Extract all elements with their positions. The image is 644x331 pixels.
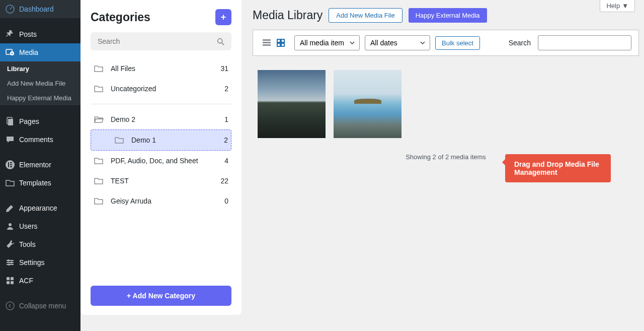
cat-item-pdf-audio[interactable]: PDF, Audio, Doc, and Sheet 4	[91, 151, 231, 171]
categories-title: Categories	[91, 11, 150, 24]
add-category-icon-button[interactable]: +	[215, 9, 231, 25]
cat-label: TEST	[111, 177, 213, 185]
drag-drop-callout: Drag and Drop Media File Management	[505, 154, 611, 182]
cat-label: Geisy Arruda	[111, 197, 217, 205]
menu-label: Users	[19, 222, 38, 230]
help-tab[interactable]: Help ▼	[600, 0, 635, 12]
help-label: Help	[606, 2, 620, 10]
svg-rect-19	[7, 281, 10, 284]
svg-rect-8	[10, 164, 12, 165]
svg-rect-20	[11, 281, 14, 284]
folder-icon	[114, 135, 124, 145]
submenu-library[interactable]: Library	[0, 61, 80, 76]
media-type-filter[interactable]: All media items	[294, 35, 360, 50]
search-icon	[216, 37, 225, 46]
pin-icon	[5, 29, 15, 39]
svg-rect-25	[263, 44, 271, 46]
elementor-icon	[5, 160, 15, 170]
cat-item-uncategorized[interactable]: Uncategorized 2	[91, 79, 231, 99]
menu-label: Comments	[19, 136, 53, 144]
folder-icon	[94, 176, 104, 186]
menu-settings[interactable]: Settings	[0, 253, 80, 272]
svg-point-16	[8, 263, 10, 266]
pages-icon	[5, 116, 15, 126]
collapse-label: Collapse menu	[19, 302, 66, 310]
svg-point-14	[8, 259, 10, 261]
folder-icon	[94, 84, 104, 94]
menu-dashboard[interactable]: Dashboard	[0, 0, 80, 18]
add-new-category-button[interactable]: + Add New Category	[91, 286, 231, 306]
cat-count: 2	[224, 136, 228, 144]
svg-rect-23	[263, 39, 271, 41]
bulk-select-button[interactable]: Bulk select	[435, 36, 480, 50]
media-thumbnail[interactable]	[258, 70, 326, 138]
svg-rect-7	[10, 162, 12, 163]
menu-comments[interactable]: Comments	[0, 130, 80, 149]
grid-view-button[interactable]	[274, 36, 287, 49]
collapse-icon	[5, 301, 15, 311]
menu-label: Posts	[19, 30, 37, 38]
menu-label: Tools	[19, 240, 36, 248]
appearance-icon	[5, 203, 15, 213]
cat-item-all-files[interactable]: All Files 31	[91, 58, 231, 79]
cat-count: 1	[224, 115, 228, 123]
menu-templates[interactable]: Templates	[0, 174, 80, 192]
menu-label: Appearance	[19, 204, 57, 212]
menu-label: Templates	[19, 179, 51, 187]
folder-icon	[94, 196, 104, 206]
menu-acf[interactable]: ACF	[0, 272, 80, 290]
folder-open-icon	[94, 114, 104, 124]
page-title: Media Library	[253, 9, 323, 22]
media-search-input[interactable]	[538, 35, 631, 50]
categories-panel: Categories + All Files 31 Uncategorized …	[80, 0, 242, 315]
tools-icon	[5, 239, 15, 249]
menu-elementor[interactable]: Elementor	[0, 156, 80, 174]
media-thumbnail[interactable]	[334, 70, 401, 138]
menu-tools[interactable]: Tools	[0, 235, 80, 253]
add-new-media-button[interactable]: Add New Media File	[329, 8, 402, 23]
cat-count: 2	[224, 85, 228, 93]
menu-label: ACF	[19, 277, 33, 285]
cat-label: All Files	[111, 64, 213, 73]
menu-label: Dashboard	[19, 5, 54, 13]
menu-label: Pages	[19, 117, 39, 125]
folder-icon	[94, 156, 104, 166]
svg-rect-26	[277, 39, 280, 42]
svg-point-21	[6, 302, 14, 310]
svg-rect-6	[8, 162, 9, 167]
menu-media[interactable]: Media	[0, 43, 80, 61]
svg-point-15	[11, 261, 13, 263]
cat-label: PDF, Audio, Doc, and Sheet	[111, 157, 217, 165]
menu-posts[interactable]: Posts	[0, 25, 80, 43]
settings-icon	[5, 257, 15, 268]
svg-rect-4	[8, 119, 13, 125]
menu-pages[interactable]: Pages	[0, 112, 80, 130]
chevron-down-icon: ▼	[622, 2, 628, 10]
media-grid	[253, 56, 639, 138]
acf-icon	[5, 276, 15, 286]
cat-item-geisy[interactable]: Geisy Arruda 0	[91, 191, 231, 211]
date-filter[interactable]: All dates	[365, 35, 430, 50]
cat-item-test[interactable]: TEST 22	[91, 171, 231, 191]
menu-users[interactable]: Users	[0, 217, 80, 235]
svg-rect-17	[7, 277, 10, 280]
collapse-menu[interactable]: Collapse menu	[0, 297, 80, 315]
templates-icon	[5, 178, 15, 188]
cat-item-demo1[interactable]: Demo 1 2	[91, 129, 231, 151]
cat-count: 22	[220, 177, 228, 185]
menu-appearance[interactable]: Appearance	[0, 199, 80, 217]
submenu-happy-external[interactable]: Happy External Media	[0, 91, 80, 105]
main-content: Help ▼ Media Library Add New Media File …	[242, 0, 644, 331]
svg-rect-24	[263, 42, 271, 43]
menu-label: Elementor	[19, 161, 51, 169]
menu-label: Settings	[19, 258, 45, 267]
cat-item-demo2[interactable]: Demo 2 1	[91, 109, 231, 129]
cat-count: 0	[224, 197, 228, 205]
list-view-button[interactable]	[260, 36, 273, 49]
happy-external-media-button[interactable]: Happy External Media	[409, 8, 487, 23]
search-label: Search	[509, 39, 531, 47]
cat-label: Uncategorized	[111, 85, 217, 93]
submenu-add-new[interactable]: Add New Media File	[0, 76, 80, 91]
category-search-input[interactable]	[91, 32, 231, 50]
media-toolbar: All media items All dates Bulk select Se…	[253, 30, 639, 56]
